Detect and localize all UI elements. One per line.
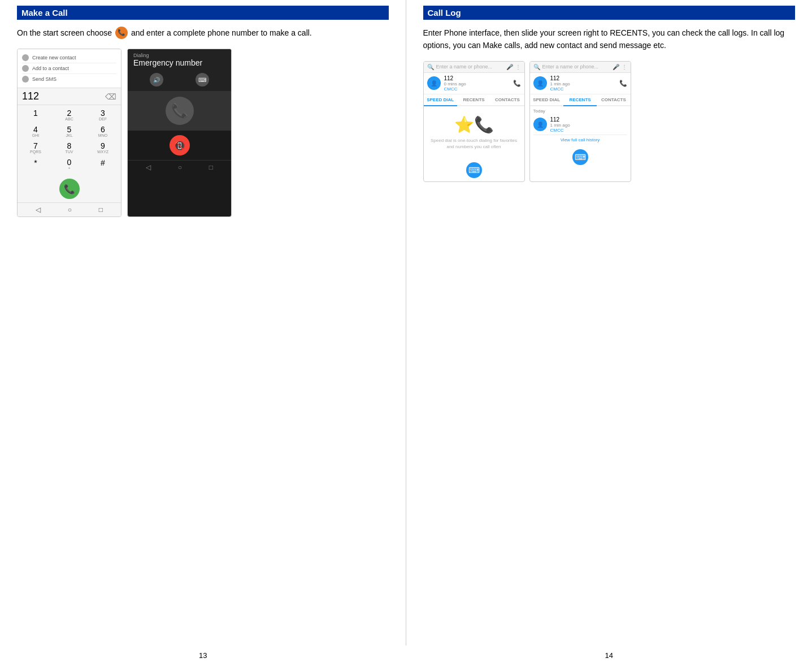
- left-section-title: Make a Call: [17, 6, 389, 20]
- cl-tabs-1: SPEED DIAL RECENTS CONTACTS: [424, 94, 524, 106]
- key-9[interactable]: 9 WXYZ: [89, 140, 116, 155]
- key-7[interactable]: 7 PQRS: [22, 140, 49, 155]
- recent-meta: 1 min ago: [550, 123, 627, 128]
- key-4[interactable]: 4 GHI: [22, 124, 49, 139]
- search-icon-1: 🔍: [427, 64, 434, 70]
- key-2[interactable]: 2 ABC: [56, 107, 83, 123]
- keypad: 1 2 ABC 3 DEF: [18, 105, 121, 175]
- back-nav-dark-icon[interactable]: ◁: [146, 163, 151, 171]
- search-placeholder-1[interactable]: Enter a name or phone...: [436, 64, 504, 70]
- search-actions-1: 🎤 ⋮: [506, 64, 521, 70]
- more-icon-1[interactable]: ⋮: [515, 64, 521, 70]
- nav-bar: ◁ ○ □: [18, 202, 121, 217]
- cl-avatar-1: 👤: [427, 76, 441, 90]
- emergency-number-label: Emergency number: [133, 58, 225, 67]
- cl-fab-2[interactable]: ⌨: [572, 149, 588, 165]
- back-nav-icon[interactable]: ◁: [36, 206, 41, 214]
- person-icon: [22, 65, 29, 72]
- recent-avatar: 👤: [533, 118, 547, 131]
- home-nav-icon[interactable]: ○: [68, 206, 72, 214]
- tab-speed-dial-2[interactable]: SPEED DIAL: [530, 94, 563, 105]
- tab-contacts-1[interactable]: CONTACTS: [490, 94, 524, 105]
- keypad-row-1: 1 2 ABC 3 DEF: [22, 107, 116, 123]
- key-8[interactable]: 8 TUV: [56, 140, 83, 155]
- cl-call-icon-2[interactable]: 📞: [619, 80, 627, 87]
- dialer-menu: Create new contact Add to a contact Send…: [18, 49, 121, 88]
- cl-speed-dial-content: ⭐📞 Speed dial is one-touch dialing for f…: [424, 106, 524, 159]
- key-0[interactable]: 0 +: [56, 157, 83, 172]
- right-page-number: 14: [406, 651, 813, 660]
- tab-contacts-2[interactable]: CONTACTS: [597, 94, 630, 105]
- more-icon-2[interactable]: ⋮: [622, 64, 627, 70]
- tab-speed-dial-1[interactable]: SPEED DIAL: [424, 94, 457, 106]
- person-add-icon: [22, 54, 29, 61]
- speaker-icon[interactable]: 🔊: [150, 73, 163, 86]
- cl-fab-1[interactable]: ⌨: [466, 162, 482, 178]
- right-page: Call Log Enter Phone interface, then sli…: [406, 0, 813, 646]
- dialer-bottom-bar: 📞: [18, 175, 121, 202]
- page-footer: 13 14: [0, 646, 812, 671]
- key-1[interactable]: 1: [22, 107, 49, 123]
- phone-icon: [115, 27, 128, 39]
- call-log-mockup-2: 🔍 Enter a name or phone... 🎤 ⋮ 👤 112: [529, 61, 631, 182]
- avatar: 📞: [166, 97, 194, 125]
- search-actions-2: 🎤 ⋮: [613, 64, 627, 70]
- key-3[interactable]: 3 DEF: [89, 107, 116, 123]
- cl-search-bar-1: 🔍 Enter a name or phone... 🎤 ⋮: [424, 62, 524, 73]
- end-call-icon: 📵: [174, 140, 185, 151]
- right-section-title: Call Log: [423, 6, 796, 20]
- view-history-link[interactable]: View full call history: [533, 135, 627, 145]
- tab-recents-2[interactable]: RECENTS: [563, 94, 597, 106]
- keypad-row-4: * 0 + #: [22, 157, 116, 172]
- fab-dialpad-icon-1: ⌨: [468, 166, 480, 175]
- left-page-number: 13: [0, 651, 406, 660]
- dialer-number-display: 112 ⌫: [18, 88, 121, 105]
- today-label: Today: [533, 109, 627, 114]
- key-star[interactable]: *: [22, 157, 49, 172]
- left-intro-text: On the start screen choose and enter a c…: [17, 27, 389, 40]
- tab-recents-1[interactable]: RECENTS: [457, 94, 490, 105]
- fab-dialpad-icon-2: ⌨: [575, 153, 586, 162]
- mic-icon-2[interactable]: 🎤: [613, 64, 619, 70]
- dialer-mockup: Create new contact Add to a contact Send…: [17, 49, 121, 217]
- recent-carrier: CMCC: [550, 128, 627, 133]
- menu-item-add: Add to a contact: [22, 63, 116, 74]
- keypad-row-3: 7 PQRS 8 TUV 9 WXYZ: [22, 140, 116, 155]
- cl-number-1: 112: [444, 75, 510, 81]
- cl-recents-section: Today 👤 112 1 min ago CMCC View full cal…: [530, 106, 631, 146]
- keypad-icon[interactable]: ⌨: [196, 73, 209, 86]
- recent-info: 112 1 min ago CMCC: [550, 116, 627, 133]
- emergency-mockup: Dialing Emergency number 🔊 ⌨ 📞: [127, 49, 232, 217]
- call-log-mockup-1: 🔍 Enter a name or phone... 🎤 ⋮ 👤 112: [423, 61, 525, 182]
- cl-search-bar-2: 🔍 Enter a name or phone... 🎤 ⋮: [530, 62, 631, 73]
- key-6[interactable]: 6 MNO: [89, 124, 116, 139]
- left-screenshots: Create new contact Add to a contact Send…: [17, 49, 389, 217]
- call-log-screenshots: 🔍 Enter a name or phone... 🎤 ⋮ 👤 112: [423, 61, 796, 182]
- dark-nav-bar: ◁ ○ □: [128, 160, 231, 174]
- end-call-button[interactable]: 📵: [170, 135, 190, 155]
- avatar-icon: 📞: [171, 103, 188, 119]
- cl-contact-info-1: 112 0 mins ago CMCC: [444, 75, 510, 92]
- recent-number: 112: [550, 116, 627, 123]
- dialer-number: 112: [22, 90, 39, 102]
- backspace-icon[interactable]: ⌫: [105, 92, 116, 101]
- cl-contact-row-1: 👤 112 0 mins ago CMCC 📞: [424, 73, 524, 94]
- menu-item-sms: Send SMS: [22, 74, 116, 84]
- cl-number-2: 112: [550, 75, 616, 81]
- call-button[interactable]: 📞: [59, 179, 80, 199]
- speed-dial-text: Speed dial is one-touch dialing for favo…: [428, 137, 520, 150]
- search-placeholder-2[interactable]: Enter a name or phone...: [542, 64, 610, 70]
- recents-nav-dark-icon[interactable]: □: [209, 163, 213, 171]
- recent-avatar-icon: 👤: [537, 122, 544, 128]
- avatar-person-icon-2: 👤: [537, 80, 544, 86]
- cl-meta-1: 0 mins ago: [444, 81, 510, 86]
- key-5[interactable]: 5 JKL: [56, 124, 83, 139]
- key-hash[interactable]: #: [89, 157, 116, 172]
- cl-contact-info-2: 112 1 min ago CMCC: [550, 75, 616, 92]
- recents-nav-icon[interactable]: □: [99, 206, 103, 214]
- cl-call-icon-1[interactable]: 📞: [513, 80, 521, 87]
- home-nav-dark-icon[interactable]: ○: [178, 163, 182, 171]
- mic-icon-1[interactable]: 🎤: [506, 64, 513, 70]
- cl-time-2: 1 min ago: [550, 81, 570, 86]
- menu-item-create: Create new contact: [22, 53, 116, 63]
